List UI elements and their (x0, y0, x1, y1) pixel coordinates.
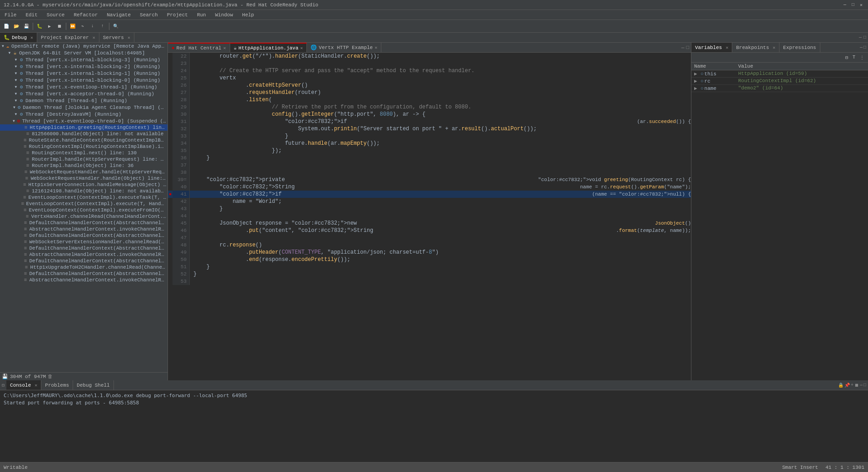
tree-item-20[interactable]: ≡WebSocketRequestHandler.handle(Object) … (0, 175, 168, 182)
tb-open[interactable]: 📂 (12, 22, 21, 31)
tree-item-5[interactable]: ▼⚙Thread [vert.x-internal-blocking-0] (R… (0, 77, 168, 84)
tab-console-close[interactable]: ✕ (35, 383, 37, 388)
tree-item-29[interactable]: ≡DefaultChannelHandlerContext(AbstractCh… (0, 232, 168, 239)
tb-step-into[interactable]: ↓ (88, 22, 97, 31)
tree-item-18[interactable]: ≡RouterImpl.handle(Object) line: 36 (0, 162, 168, 169)
tree-item-11[interactable]: ▼⚙Thread [vert.x-eventloop-thread-0] (Su… (0, 118, 168, 124)
console-min[interactable]: — (860, 383, 863, 388)
memory-action[interactable]: 🗑 (48, 374, 53, 379)
menu-file[interactable]: File (2, 11, 19, 19)
tree-item-30[interactable]: ≡WebSocketServerExtensionHandler.channel… (0, 239, 168, 245)
tb-save[interactable]: 💾 (22, 22, 31, 31)
tab-project-close[interactable]: ✕ (93, 35, 95, 40)
tab-debug[interactable]: 🐛 Debug ✕ (0, 33, 37, 42)
tree-item-17[interactable]: ≡RouterImpl.handle(HttpServerRequest) li… (0, 156, 168, 162)
tree-item-8[interactable]: ▼⚙Daemon Thread [Thread-6] (Running) (0, 97, 168, 104)
tree-item-2[interactable]: ▼⚙Thread [vert.x-internal-blocking-3] (R… (0, 56, 168, 63)
tree-item-9[interactable]: ▼⚙Daemon Thread [Jolokia Agent Cleanup T… (0, 104, 168, 111)
tree-item-26[interactable]: ≡VertxHandler.channelRead(ChannelHandler… (0, 213, 168, 220)
code-editor[interactable]: 22 router.get("/*").handler(StaticHandle… (168, 53, 691, 380)
close-button[interactable]: ✕ (858, 2, 864, 8)
console-clear[interactable]: ⊟ (2, 383, 5, 388)
tree-item-1[interactable]: ▼☕OpenJDK 64-Bit Server VM [localhost:64… (0, 49, 168, 56)
tree-item-7[interactable]: ▼⚙Thread [vert.x-acceptor-thread-0] (Run… (0, 90, 168, 97)
tab-debug-close[interactable]: ✕ (30, 35, 33, 40)
tree-item-36[interactable]: ≡AbstractChannelHandlerContext.invokeCha… (0, 277, 168, 283)
menu-source[interactable]: Source (44, 11, 68, 19)
menu-run[interactable]: Run (194, 11, 209, 19)
menu-navigate[interactable]: Navigate (104, 11, 133, 19)
view-max-btn[interactable]: □ (863, 35, 866, 40)
tab-servers-close[interactable]: ✕ (128, 35, 130, 40)
vars-show-type[interactable]: T (851, 54, 857, 61)
menu-window[interactable]: Window (212, 11, 236, 19)
maximize-button[interactable]: □ (850, 2, 856, 8)
tree-item-25[interactable]: ≡EventLoopContext(ContextImpl).executeFr… (0, 207, 168, 213)
tb-stop[interactable]: ⏹ (55, 22, 64, 31)
tab-console[interactable]: Console ✕ (6, 380, 41, 390)
tree-item-3[interactable]: ▼⚙Thread [vert.x-internal-blocking-2] (R… (0, 63, 168, 70)
vars-expand-icon[interactable]: ▶ (694, 85, 700, 91)
tab-breakpoints-close[interactable]: ✕ (773, 45, 775, 50)
console-stop[interactable]: ⏹ (854, 383, 859, 388)
tb-debug[interactable]: 🐛 (35, 22, 44, 31)
redhat-tab-close[interactable]: ✕ (223, 45, 226, 51)
tb-step-out[interactable]: ↑ (98, 22, 107, 31)
tab-debug-shell[interactable]: Debug Shell (73, 380, 114, 390)
vars-row-2[interactable]: ▶ ○ name "demo2" (id=64) (691, 85, 868, 92)
tree-item-32[interactable]: ≡AbstractChannelHandlerContext.invokeCha… (0, 251, 168, 258)
tb-run[interactable]: ▶ (45, 22, 54, 31)
right-panel-min[interactable]: — (860, 45, 863, 50)
tree-item-15[interactable]: ≡RoutingContextImpl(RoutingContextImplBa… (0, 143, 168, 150)
minimize-button[interactable]: — (842, 2, 848, 8)
tree-item-13[interactable]: ≡812566000.handle(Object) line: not avai… (0, 131, 168, 137)
tree-item-27[interactable]: ≡DefaultChannelHandlerContext(AbstractCh… (0, 220, 168, 226)
menu-search[interactable]: Search (137, 11, 161, 19)
editor-tab-vertx[interactable]: 🌐 Vertx HTTP Example ✕ (307, 43, 381, 52)
console-scroll-lock[interactable]: 🔒 (838, 383, 843, 388)
tab-servers[interactable]: Servers ✕ (99, 33, 134, 42)
tree-item-16[interactable]: ≡RoutingContextImpl.next() line: 130 (0, 150, 168, 156)
tree-item-33[interactable]: ≡DefaultChannelHandlerContext(AbstractCh… (0, 258, 168, 264)
tab-project-explorer[interactable]: Project Explorer ✕ (37, 33, 99, 42)
tab-breakpoints[interactable]: Breakpoints ✕ (732, 43, 779, 52)
vertx-tab-close[interactable]: ✕ (375, 45, 377, 50)
tb-resume[interactable]: ⏩ (68, 22, 77, 31)
tree-item-12[interactable]: ≡HttpApplication.greeting(RoutingContext… (0, 124, 168, 131)
menu-refactor[interactable]: Refactor (71, 11, 100, 19)
tree-item-23[interactable]: ≡EventLoopContext(ContextImpl).executeTa… (0, 194, 168, 201)
tb-search[interactable]: 🔍 (111, 22, 120, 31)
tree-item-22[interactable]: ≡1216124198.handle(Object) line: not ava… (0, 188, 168, 194)
view-min-btn[interactable]: — (859, 35, 862, 40)
editor-tab-httpapp[interactable]: ☕ HttpApplication.java ✕ (230, 43, 307, 52)
tab-expressions[interactable]: Expressions (779, 43, 820, 52)
console-new[interactable]: + (851, 383, 853, 388)
editor-tab-redhat-central[interactable]: ● Red Hat Central ✕ (168, 43, 230, 52)
tree-item-14[interactable]: ≡RouteState.handleContext(RoutingContext… (0, 137, 168, 143)
console-pin[interactable]: 📌 (844, 383, 850, 388)
menu-project[interactable]: Project (164, 11, 191, 19)
tb-step-over[interactable]: ↷ (78, 22, 87, 31)
tree-item-35[interactable]: ≡DefaultChannelHandlerContext(AbstractCh… (0, 270, 168, 277)
tree-item-34[interactable]: ≡Http1xUpgradeToH2CHandler.channelRead(C… (0, 264, 168, 270)
tree-item-21[interactable]: ≡Http1xServerConnection.handleMessage(Ob… (0, 182, 168, 188)
tree-item-19[interactable]: ≡WebSocketRequestHandler.handle(HttpServ… (0, 169, 168, 175)
editor-tab-max[interactable]: □ (686, 45, 689, 50)
tree-item-24[interactable]: ≡EventLoopContext(ContextImpl).execute(T… (0, 201, 168, 207)
vars-row-1[interactable]: ▶ ○ rc RoutingContextImpl (id=62) (691, 78, 868, 85)
tab-problems[interactable]: Problems (41, 380, 73, 390)
menu-edit[interactable]: Edit (23, 11, 40, 19)
code-scroll[interactable]: 22 router.get("/*").handler(StaticHandle… (168, 53, 691, 380)
tree-item-0[interactable]: ▼☁OpenShift remote (Java) myservice [Rem… (0, 43, 168, 49)
editor-tab-min[interactable]: — (681, 45, 685, 50)
menu-help[interactable]: Help (239, 11, 256, 19)
tree-item-6[interactable]: ▼⚙Thread [vert.x-eventloop-thread-1] (Ru… (0, 84, 168, 90)
tree-item-31[interactable]: ≡DefaultChannelHandlerContext(AbstractCh… (0, 245, 168, 251)
breakpoint-marker[interactable]: ● (168, 191, 173, 198)
tab-variables-close[interactable]: ✕ (725, 45, 728, 50)
vars-more[interactable]: ⋮ (858, 54, 866, 61)
vars-expand-icon[interactable]: ▶ (694, 78, 700, 84)
httpapp-tab-close[interactable]: ✕ (300, 45, 303, 51)
tab-variables[interactable]: Variables ✕ (691, 43, 732, 52)
vars-row-0[interactable]: ▶ ○ this HttpApplication (id=59) (691, 70, 868, 78)
